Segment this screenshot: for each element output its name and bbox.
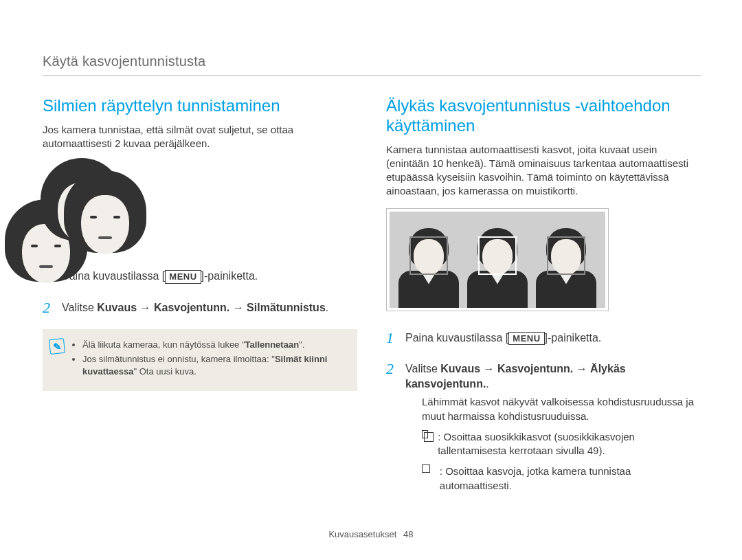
- two-column-layout: Silmien räpyttelyn tunnistaminen Jos kam…: [43, 96, 701, 511]
- note-item: Älä liikuta kameraa, kun näytössä lukee …: [82, 339, 346, 351]
- face-frame-white-icon: [478, 236, 517, 275]
- step-1: 1 Paina kuvaustilassa [MENU]-painiketta.: [43, 266, 357, 287]
- left-column: Silmien räpyttelyn tunnistaminen Jos kam…: [43, 96, 357, 511]
- steps-list: 1 Paina kuvaustilassa [MENU]-painiketta.…: [386, 328, 701, 500]
- step-text: Valitse Kuvaus → Kasvojentunn. → Älykäs …: [405, 359, 701, 500]
- manual-page: Käytä kasvojentunnistusta Silmien räpytt…: [0, 0, 742, 538]
- footer-section-label: Kuvausasetukset: [328, 529, 396, 539]
- favorite-face-icon: [422, 430, 428, 438]
- sub-item: : Osoittaa suosikkikasvot (suosikkikasvo…: [420, 430, 701, 458]
- note-item: Jos silmätunnistus ei onnistu, kamera il…: [82, 353, 346, 377]
- step-2: 2 Valitse Kuvaus → Kasvojentunn. → Silmä…: [43, 298, 357, 318]
- step-text: Paina kuvaustilassa [MENU]-painiketta.: [405, 328, 601, 348]
- step-number: 1: [386, 328, 398, 348]
- step-2: 2 Valitse Kuvaus → Kasvojentunn. → Älykä…: [386, 359, 701, 500]
- sub-bullets: Lähimmät kasvot näkyvät valkoisessa kohd…: [405, 395, 701, 493]
- step-number: 2: [43, 298, 55, 318]
- note-list: Älä liikuta kameraa, kun näytössä lukee …: [71, 339, 346, 381]
- page-number: 48: [403, 529, 413, 539]
- intro-text: Kamera tunnistaa automaattisesti kasvot,…: [386, 143, 701, 199]
- right-column: Älykäs kasvojentunnistus -vaihtoehdon kä…: [386, 96, 701, 511]
- intro-text: Jos kamera tunnistaa, että silmät ovat s…: [43, 123, 357, 151]
- section-heading-smart-face: Älykäs kasvojentunnistus -vaihtoehdon kä…: [386, 96, 701, 136]
- sub-item: : Osoittaa kasvoja, jotka kamera tunnist…: [420, 464, 701, 493]
- step-text: Paina kuvaustilassa [MENU]-painiketta.: [62, 266, 258, 287]
- face-frame-grey-icon: [547, 236, 585, 275]
- blink-illustration-row: [43, 160, 357, 249]
- smart-face-illustration: [386, 208, 701, 311]
- step-1: 1 Paina kuvaustilassa [MENU]-painiketta.: [386, 328, 701, 348]
- note-icon: ✎: [49, 338, 65, 355]
- face-frame-grey-icon: [409, 236, 448, 275]
- note-box: ✎ Älä liikuta kameraa, kun näytössä luke…: [43, 329, 357, 392]
- step-text: Valitse Kuvaus → Kasvojentunn. → Silmätu…: [62, 298, 328, 318]
- section-heading-blink-detect: Silmien räpyttelyn tunnistaminen: [43, 96, 357, 116]
- step-number: 2: [386, 359, 398, 500]
- breadcrumb: Käytä kasvojentunnistusta: [43, 52, 701, 76]
- menu-button-label: MENU: [508, 332, 544, 346]
- menu-button-label: MENU: [165, 270, 201, 284]
- steps-list: 1 Paina kuvaustilassa [MENU]-painiketta.…: [43, 266, 357, 317]
- sub-item: Lähimmät kasvot näkyvät valkoisessa kohd…: [420, 395, 701, 423]
- page-footer: Kuvausasetukset 48: [0, 528, 742, 541]
- photo-stack-result: [78, 160, 202, 249]
- auto-face-icon: [422, 464, 430, 473]
